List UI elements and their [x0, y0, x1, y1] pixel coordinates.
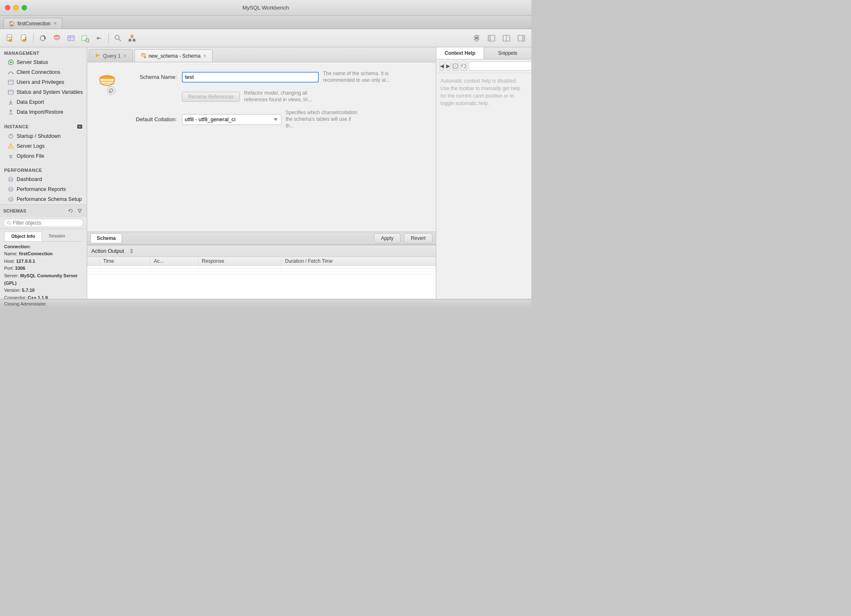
bottom-tab-bar: Schema Apply Revert	[87, 232, 436, 245]
schemas-icons	[67, 207, 83, 215]
users-privileges-label: Users and Privileges	[17, 79, 64, 85]
rename-references-btn[interactable]: Rename References	[182, 92, 240, 102]
sidebar-item-users-privileges[interactable]: Users and Privileges	[0, 77, 87, 87]
col-duration: Duration / Fetch Time	[281, 257, 436, 266]
svg-point-34	[12, 73, 14, 74]
svg-point-19	[133, 39, 135, 42]
output-row-empty-1	[87, 266, 436, 269]
output-expand-btn[interactable]: ⇕	[129, 248, 134, 254]
sidebar-item-server-status[interactable]: Server Status	[0, 57, 87, 67]
output-table: Time Ac... Response Duration / Fetch Tim…	[87, 257, 436, 299]
schema-mgr-btn[interactable]	[64, 32, 78, 45]
right-panel-tabs: Context Help Snippets	[436, 47, 531, 59]
reconnect-icon	[39, 34, 47, 42]
sidebar-item-dashboard[interactable]: Dashboard	[0, 174, 87, 184]
help-text: Automatic context help is disabled. Use …	[440, 78, 520, 106]
sidebar-item-client-connections[interactable]: Client Connections	[0, 67, 87, 77]
port-label: Port:	[4, 266, 14, 271]
startup-shutdown-label: Startup / Shutdown	[17, 133, 61, 139]
close-button[interactable]	[5, 5, 10, 10]
sidebar-item-perf-schema-setup[interactable]: Performance Schema Setup	[0, 194, 87, 204]
sidebar-item-data-import[interactable]: Data Import/Restore	[0, 107, 87, 117]
output-header: Action Output ⇕	[87, 245, 436, 257]
toggle-sidebar2-btn[interactable]	[500, 32, 513, 45]
object-info-tab[interactable]: Object Info	[4, 232, 42, 241]
connect-db-btn[interactable]	[50, 32, 64, 45]
server-logs-label: Server Logs	[17, 143, 44, 149]
sidebar-item-status-vars[interactable]: Status and System Variables	[0, 87, 87, 97]
toggle-sidebar3-btn[interactable]	[515, 32, 528, 45]
data-import-icon	[7, 109, 14, 115]
output-panel: Action Output ⇕ Time Ac... Response Dura…	[87, 245, 436, 299]
svg-point-48	[10, 156, 12, 158]
context-help-tab[interactable]: Context Help	[436, 47, 484, 59]
svg-rect-1	[9, 39, 12, 42]
search-icon	[114, 34, 122, 42]
search-btn[interactable]	[111, 32, 125, 45]
toggle-sidebar1-btn[interactable]	[485, 32, 498, 45]
mysql-fabric-btn[interactable]	[125, 32, 139, 45]
svg-rect-30	[523, 35, 525, 41]
bottom-info-panel: Object Info Session Connection: Name: fi…	[0, 229, 87, 299]
maximize-button[interactable]	[22, 5, 27, 10]
open-sql-btn[interactable]	[17, 32, 31, 45]
rp-search-input[interactable]	[469, 61, 531, 71]
sidebar-item-server-logs[interactable]: Server Logs	[0, 141, 87, 151]
rp-content: Automatic context help is disabled. Use …	[436, 73, 531, 299]
filter-box[interactable]	[3, 219, 83, 227]
svg-marker-56	[96, 54, 100, 57]
filter-input[interactable]	[13, 220, 80, 226]
session-tab[interactable]: Session	[42, 232, 71, 241]
output-title: Action Output	[91, 248, 124, 254]
sidebar-item-startup-shutdown[interactable]: Startup / Shutdown	[0, 131, 87, 141]
rp-prev-btn[interactable]: ◀	[440, 61, 444, 71]
rp-help-btn[interactable]: ?	[452, 61, 459, 71]
toolbar-sep-2	[108, 33, 109, 43]
schemas-title: SCHEMAS	[3, 208, 67, 213]
auto-icon	[461, 63, 467, 69]
server-status-label: Server Status	[17, 59, 48, 65]
table-inspector-btn[interactable]	[78, 32, 92, 45]
snippets-tab[interactable]: Snippets	[484, 47, 531, 59]
revert-btn[interactable]: Revert	[404, 233, 433, 243]
connector-value: C++ 1.1.9	[28, 295, 48, 299]
svg-point-17	[131, 35, 133, 37]
version-label: Version:	[4, 288, 21, 293]
tab-query1[interactable]: Query 1 ✕	[89, 49, 133, 62]
svg-rect-25	[488, 35, 490, 41]
apply-btn[interactable]: Apply	[374, 233, 401, 243]
svg-point-59	[144, 56, 146, 58]
rp-next-btn[interactable]: ▶	[446, 61, 450, 71]
tab-schema-editor[interactable]: new_schema - Schema ✕	[134, 49, 213, 62]
schema-editor-panel: Schema Name: The name of the schema. It …	[87, 62, 436, 232]
migration-btn[interactable]	[93, 32, 106, 45]
reconnect-btn[interactable]	[36, 32, 49, 45]
rp-auto-btn[interactable]	[460, 61, 467, 71]
connection-tab-close[interactable]: ✕	[53, 21, 57, 26]
sql-file-btn[interactable]: SQL	[3, 32, 17, 45]
schema-tab[interactable]: Schema	[90, 233, 122, 243]
connection-tab[interactable]: 🏠 firstConnection ✕	[3, 18, 62, 29]
tab-schema-editor-label: new_schema - Schema	[149, 53, 201, 59]
filter-search-icon	[7, 221, 11, 225]
svg-point-63	[107, 86, 115, 95]
options-file-icon	[7, 153, 14, 159]
tab-schema-editor-close[interactable]: ✕	[203, 54, 206, 58]
dashboard-label: Dashboard	[17, 176, 42, 182]
expand-schemas-btn[interactable]	[76, 207, 83, 215]
server-status-icon	[7, 59, 14, 66]
sidebar-item-options-file[interactable]: Options File	[0, 151, 87, 161]
name-label: Name:	[4, 251, 17, 256]
sidebar-item-performance-reports[interactable]: Performance Reports	[0, 184, 87, 194]
dashboard-icon	[7, 176, 14, 183]
minimize-button[interactable]	[13, 5, 19, 10]
collation-select[interactable]: utf8 - utf8_general_ci utf8 - utf8_unico…	[182, 114, 281, 125]
data-export-label: Data Export	[17, 99, 44, 105]
schema-name-input[interactable]	[182, 72, 319, 83]
sidebar-item-data-export[interactable]: Data Export	[0, 97, 87, 107]
preferences-btn[interactable]	[470, 32, 483, 45]
refresh-schemas-btn[interactable]	[67, 207, 74, 215]
tab-query1-close[interactable]: ✕	[123, 54, 127, 58]
svg-point-22	[475, 37, 478, 39]
toolbar-sep-1	[33, 33, 34, 43]
